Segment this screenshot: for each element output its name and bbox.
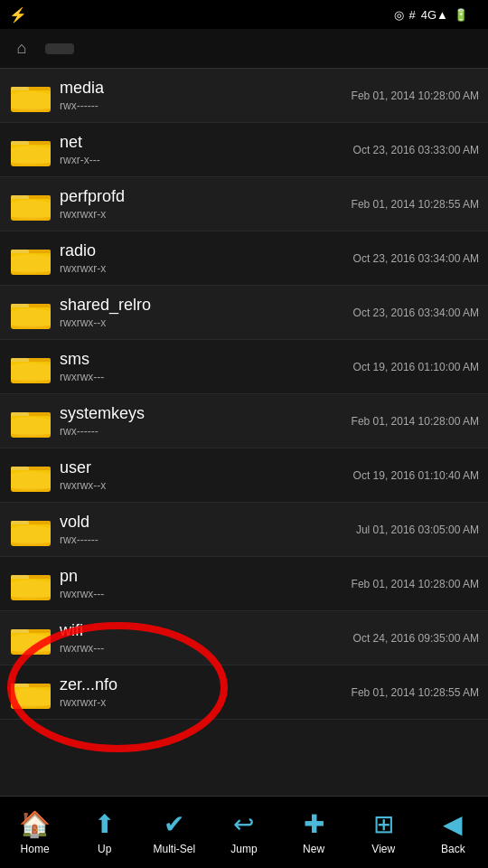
toolbar-jump-button[interactable]: ↩ Jump: [212, 809, 276, 855]
folder-icon: [9, 349, 52, 385]
list-item[interactable]: systemkeys rwx------ Feb 01, 2014 10:28:…: [0, 394, 488, 448]
file-info: vold rwx------: [52, 513, 349, 546]
list-item[interactable]: net rwxr-x--- Oct 23, 2016 03:33:00 AM: [0, 123, 488, 177]
list-item[interactable]: radio rwxrwxr-x Oct 23, 2016 03:34:00 AM: [0, 231, 488, 286]
list-item[interactable]: vold rwx------ Jul 01, 2016 03:05:00 AM: [0, 503, 488, 557]
new-icon: ✚: [304, 809, 324, 839]
folder-icon: [9, 458, 52, 494]
file-date: Feb 01, 2014 10:28:00 AM: [344, 415, 479, 428]
file-perms: rwxrwx---: [60, 642, 346, 655]
file-perms: rwxr-x---: [60, 154, 346, 166]
back-label: Back: [441, 843, 465, 855]
folder-icon: [9, 78, 52, 114]
list-item[interactable]: media rwx------ Feb 01, 2014 10:28:00 AM: [0, 69, 488, 123]
file-date: Feb 01, 2014 10:28:00 AM: [344, 90, 479, 102]
list-item[interactable]: pn rwxrwx--- Feb 01, 2014 10:28:00 AM: [0, 557, 488, 611]
file-date: Oct 24, 2016 09:35:00 AM: [346, 632, 479, 645]
file-name: wifi: [60, 621, 346, 640]
status-bar: ⚡ ◎ # 4G▲ 🔋: [0, 0, 488, 29]
file-date: Feb 01, 2014 10:28:00 AM: [344, 578, 479, 590]
toolbar-multisel-button[interactable]: ✔ Multi-Sel: [143, 809, 206, 855]
file-perms: rwx------: [60, 425, 344, 438]
folder-icon: [9, 566, 52, 602]
home-icon[interactable]: ⌂: [9, 36, 34, 61]
file-date: Oct 23, 2016 03:34:00 AM: [346, 307, 479, 319]
file-name: perfprofd: [60, 187, 344, 206]
file-date: Oct 23, 2016 03:34:00 AM: [346, 252, 479, 265]
hash-icon: #: [409, 8, 416, 22]
file-date: Oct 19, 2016 01:10:40 AM: [346, 469, 479, 482]
file-info: wifi rwxrwx---: [52, 621, 346, 655]
file-name: user: [60, 458, 346, 477]
file-name: systemkeys: [60, 404, 344, 423]
list-item[interactable]: user rwxrwx--x Oct 19, 2016 01:10:40 AM: [0, 448, 488, 503]
file-name: media: [60, 79, 344, 98]
toolbar-back-button[interactable]: ◀ Back: [421, 809, 484, 855]
file-list: media rwx------ Feb 01, 2014 10:28:00 AM…: [0, 69, 488, 796]
file-perms: rwxrwx--x: [60, 479, 346, 492]
file-info: pn rwxrwx---: [52, 567, 344, 600]
tab-data[interactable]: [45, 43, 74, 54]
file-info: user rwxrwx--x: [52, 458, 346, 492]
signal-icon: 4G▲: [421, 8, 448, 22]
file-name: vold: [60, 513, 349, 532]
flash-icon: ⚡: [9, 6, 27, 24]
file-name: sms: [60, 350, 346, 369]
multisel-icon: ✔: [164, 809, 184, 839]
folder-icon: [9, 512, 52, 548]
file-date: Feb 01, 2014 10:28:55 AM: [344, 686, 479, 699]
file-name: net: [60, 133, 346, 152]
list-item[interactable]: shared_relro rwxrwx--x Oct 23, 2016 03:3…: [0, 286, 488, 340]
view-icon: ⊞: [373, 809, 394, 839]
back-icon: ◀: [443, 809, 463, 839]
folder-icon: [9, 620, 52, 656]
toolbar-up-button[interactable]: ⬆ Up: [73, 809, 136, 855]
file-info: systemkeys rwx------: [52, 404, 344, 438]
bottom-toolbar: 🏠 Home ⬆ Up ✔ Multi-Sel ↩ Jump ✚ New ⊞ V…: [0, 796, 488, 868]
multisel-label: Multi-Sel: [154, 843, 196, 855]
file-perms: rwx------: [60, 533, 349, 546]
file-info: net rwxr-x---: [52, 133, 346, 166]
list-item[interactable]: zer...nfo rwxrwxr-x Feb 01, 2014 10:28:5…: [0, 665, 488, 720]
file-info: media rwx------: [52, 79, 344, 112]
status-left: ⚡: [9, 6, 33, 24]
file-perms: rwx------: [60, 99, 344, 112]
file-name: zer...nfo: [60, 675, 344, 694]
file-date: Jul 01, 2016 03:05:00 AM: [349, 524, 479, 536]
up-label: Up: [98, 843, 111, 855]
file-perms: rwxrwxr-x: [60, 208, 344, 221]
file-date: Oct 19, 2016 01:10:00 AM: [346, 361, 479, 373]
toolbar-view-button[interactable]: ⊞ View: [352, 809, 415, 855]
file-perms: rwxrwx--x: [60, 316, 346, 329]
file-perms: rwxrwxr-x: [60, 262, 346, 275]
folder-icon: [9, 132, 52, 168]
nav-tabs: ⌂: [0, 29, 488, 69]
tab-misc[interactable]: [78, 43, 107, 54]
file-name: pn: [60, 567, 344, 586]
home-label: Home: [21, 843, 50, 855]
file-info: radio rwxrwxr-x: [52, 241, 346, 275]
folder-icon: [9, 675, 52, 711]
view-label: View: [371, 843, 395, 855]
toolbar-home-button[interactable]: 🏠 Home: [4, 809, 67, 855]
list-item[interactable]: sms rwxrwx--- Oct 19, 2016 01:10:00 AM: [0, 340, 488, 394]
toolbar-new-button[interactable]: ✚ New: [282, 809, 345, 855]
file-perms: rwxrwx---: [60, 371, 346, 383]
file-date: Oct 23, 2016 03:33:00 AM: [346, 144, 479, 156]
list-item[interactable]: perfprofd rwxrwxr-x Feb 01, 2014 10:28:5…: [0, 177, 488, 231]
file-perms: rwxrwxr-x: [60, 696, 344, 709]
folder-icon: [9, 241, 52, 277]
battery-icon: 🔋: [454, 8, 468, 22]
folder-icon: [9, 186, 52, 222]
file-info: shared_relro rwxrwx--x: [52, 296, 346, 329]
new-label: New: [303, 843, 324, 855]
jump-icon: ↩: [233, 809, 254, 839]
file-name: shared_relro: [60, 296, 346, 315]
list-item[interactable]: wifi rwxrwx--- Oct 24, 2016 09:35:00 AM: [0, 611, 488, 665]
up-icon: ⬆: [94, 809, 115, 839]
folder-icon: [9, 403, 52, 439]
status-right: ◎ # 4G▲ 🔋: [394, 8, 479, 22]
folder-icon: [9, 295, 52, 331]
file-name: radio: [60, 241, 346, 260]
file-info: perfprofd rwxrwxr-x: [52, 187, 344, 221]
